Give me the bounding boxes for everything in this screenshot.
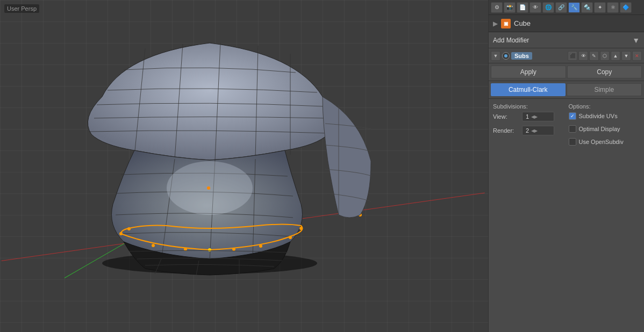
subdivision-type-tabs: Catmull-Clark Simple	[489, 81, 644, 99]
toolbar-physics-btn[interactable]: ⚛	[607, 2, 619, 13]
modifier-render-icon[interactable]: ⬛	[568, 51, 577, 61]
toolbar-render-btn[interactable]: 📸	[504, 2, 516, 13]
modifier-close-icon[interactable]: ✕	[632, 51, 642, 61]
viewport-mode-label: User Persp	[4, 4, 39, 13]
render-prop-row: Render: 2 ◀▶	[493, 125, 564, 136]
modifier-icon-group: ⬛ 👁 ✎ ⬡ ▲ ▼ ✕	[568, 51, 642, 61]
top-toolbar: ⚙ 📸 📄 👁 🌐 🔗 🔧 🔩 ✦ ⚛ 🔷	[489, 0, 644, 15]
3d-mesh	[16, 11, 403, 279]
use-opensubdiv-checkbox[interactable]: ✓	[569, 138, 576, 146]
subdivisions-section-title: Subdivisions:	[493, 102, 564, 111]
use-opensubdiv-label: Use OpenSubdiv	[579, 139, 624, 145]
toolbar-particles-btn[interactable]: ✦	[594, 2, 606, 13]
toolbar-scene-btn[interactable]: 🌐	[542, 2, 554, 13]
subdivide-uvs-option: ✓ Subdivide UVs	[569, 111, 640, 121]
subdivide-uvs-checkbox[interactable]: ✓	[569, 112, 576, 120]
viewport[interactable]: User Persp	[0, 0, 488, 332]
view-value-field[interactable]: 1 ◀▶	[522, 112, 554, 121]
svg-point-13	[208, 248, 211, 251]
svg-point-16	[289, 236, 292, 239]
toolbar-icon-btn[interactable]: ⚙	[491, 2, 503, 13]
svg-point-11	[152, 244, 155, 247]
properties-grid: Subdivisions: View: 1 ◀▶ Render: 2 ◀▶	[489, 99, 644, 150]
toolbar-constraints-btn[interactable]: 🔷	[620, 2, 632, 13]
use-opensubdiv-option: ✓ Use OpenSubdiv	[569, 136, 640, 147]
svg-point-15	[259, 244, 262, 248]
apply-button[interactable]: Apply	[491, 66, 566, 78]
apply-copy-row: Apply Copy	[489, 63, 644, 81]
catmull-clark-tab[interactable]: Catmull-Clark	[491, 83, 566, 96]
add-modifier-arrow-icon[interactable]: ▼	[632, 36, 640, 45]
modifier-enable-dot[interactable]	[502, 52, 510, 60]
svg-point-10	[119, 232, 123, 235]
optimal-display-checkbox[interactable]: ✓	[569, 125, 576, 133]
modifier-panel: ▼ Subs ⬛ 👁 ✎ ⬡ ▲ ▼ ✕ Apply Copy Catmull-…	[489, 48, 644, 332]
object-bar: ▶ ▣ Cube	[489, 15, 644, 32]
optimal-display-label: Optimal Display	[579, 126, 620, 132]
view-value-arrow-icon: ◀▶	[531, 114, 538, 119]
render-value: 2	[526, 127, 529, 134]
svg-point-22	[207, 186, 210, 190]
toolbar-output-btn[interactable]: 📄	[517, 2, 528, 13]
options-section-title: Options:	[569, 102, 640, 111]
simple-tab[interactable]: Simple	[567, 83, 642, 96]
view-label: View:	[493, 113, 520, 120]
svg-point-18	[127, 227, 131, 230]
render-value-field[interactable]: 2 ◀▶	[522, 126, 554, 135]
nav-arrow-icon[interactable]: ▶	[493, 20, 498, 27]
toolbar-world-btn[interactable]: 🔗	[555, 2, 567, 13]
object-name-label: Cube	[514, 19, 531, 27]
add-modifier-bar[interactable]: Add Modifier ▼	[489, 32, 644, 48]
svg-point-14	[232, 248, 235, 251]
subdivide-uvs-label: Subdivide UVs	[579, 113, 618, 119]
render-label: Render:	[493, 127, 520, 134]
modifier-expand-toggle[interactable]: ▼	[491, 51, 500, 61]
view-prop-row: View: 1 ◀▶	[493, 111, 564, 122]
copy-button[interactable]: Copy	[567, 66, 642, 78]
modifier-edit-icon[interactable]: ✎	[589, 51, 599, 61]
add-modifier-label: Add Modifier	[493, 37, 632, 44]
right-panel: ⚙ 📸 📄 👁 🌐 🔗 🔧 🔩 ✦ ⚛ 🔷 ▶ ▣ Cube Add Modif…	[488, 0, 644, 332]
toolbar-object-btn[interactable]: 🔧	[568, 2, 580, 13]
svg-point-17	[299, 227, 303, 230]
render-value-arrow-icon: ◀▶	[531, 128, 538, 133]
modifier-header-row: ▼ Subs ⬛ 👁 ✎ ⬡ ▲ ▼ ✕	[489, 48, 644, 63]
view-value: 1	[526, 113, 529, 120]
object-type-icon: ▣	[501, 19, 511, 28]
optimal-display-option: ✓ Optimal Display	[569, 124, 640, 134]
modifier-name-chip: Subs	[511, 52, 532, 60]
modifier-cage-icon[interactable]: ⬡	[600, 51, 610, 61]
toolbar-modifiers-btn[interactable]: 🔩	[581, 2, 593, 13]
modifier-viewport-icon[interactable]: 👁	[578, 51, 588, 61]
modifier-down-icon[interactable]: ▼	[621, 51, 631, 61]
toolbar-view-btn[interactable]: 👁	[529, 2, 541, 13]
modifier-up-icon[interactable]: ▲	[611, 51, 620, 61]
